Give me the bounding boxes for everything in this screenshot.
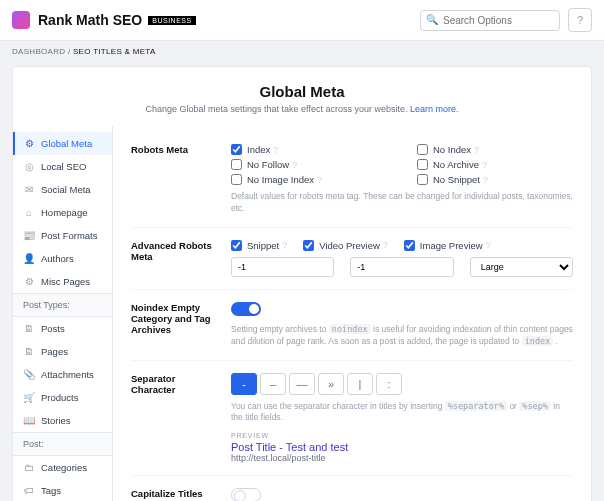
row-adv-robots: Advanced Robots Meta Snippet? Video Prev… [131,228,573,290]
plan-badge: BUSINESS [148,16,195,25]
page-subtitle: Change Global meta settings that take ef… [25,104,579,114]
label-noindex-empty: Noindex Empty Category and Tag Archives [131,302,231,348]
sidebar-item-social-meta[interactable]: ✉Social Meta [13,178,112,201]
sidebar-item-products[interactable]: 🛒Products [13,386,112,409]
preview-title: Post Title - Test and test [231,441,573,453]
separator-option[interactable]: : [376,373,402,395]
cb-snippet[interactable]: Snippet? [231,240,287,251]
cb-no-index[interactable]: No Index? [417,144,573,155]
page-header: Global Meta Change Global meta settings … [13,67,591,126]
sidebar-item-posts[interactable]: 🗎Posts [13,317,112,340]
separator-desc: You can use the separator character in t… [231,401,573,425]
separator-option[interactable]: – [260,373,286,395]
row-separator: Separator Character -–—»|: You can use t… [131,361,573,477]
noindex-empty-desc: Setting empty archives to noindex is use… [231,324,573,348]
page-title: Global Meta [25,83,579,100]
label-separator: Separator Character [131,373,231,464]
sidebar: ⚙Global Meta◎Local SEO✉Social Meta⌂Homep… [13,126,113,501]
help-icon[interactable]: ? [292,160,297,170]
sidebar-item-homepage[interactable]: ⌂Homepage [13,201,112,224]
label-adv-robots: Advanced Robots Meta [131,240,231,277]
help-button[interactable]: ? [568,8,592,32]
sidebar-item-authors[interactable]: 👤Authors [13,247,112,270]
cb-video-preview[interactable]: Video Preview? [303,240,388,251]
cb-no-snippet[interactable]: No Snippet? [417,174,573,185]
sidebar-icon: ⌂ [23,207,35,218]
breadcrumbs: DASHBOARD / SEO TITLES & META [0,41,604,62]
sidebar-item-tags[interactable]: 🏷Tags [13,479,112,501]
sidebar-item-misc-pages[interactable]: ⚙Misc Pages [13,270,112,293]
select-image-preview[interactable]: Large [470,257,573,277]
help-icon[interactable]: ? [483,175,488,185]
row-capitalize: Capitalize Titles Automatically capitali… [131,476,573,501]
sidebar-group: Post Types: [13,293,112,317]
preview-label: Preview [231,432,573,439]
input-video-preview[interactable] [350,257,453,277]
cb-image-preview[interactable]: Image Preview? [404,240,491,251]
sidebar-icon: ✉ [23,184,35,195]
help-icon[interactable]: ? [383,240,388,250]
sidebar-item-global-meta[interactable]: ⚙Global Meta [13,132,112,155]
search-wrap: 🔍 [420,10,560,31]
sidebar-icon: 🗀 [23,462,35,473]
separator-option[interactable]: » [318,373,344,395]
cb-no-image-index[interactable]: No Image Index? [231,174,387,185]
sidebar-icon: 🗎 [23,323,35,334]
help-icon[interactable]: ? [486,240,491,250]
sidebar-icon: ◎ [23,161,35,172]
row-robots-meta: Robots Meta Index?No Index?No Follow?No … [131,132,573,228]
sidebar-item-post-formats[interactable]: 📰Post Formats [13,224,112,247]
label-robots-meta: Robots Meta [131,144,231,215]
sidebar-icon: 🗎 [23,346,35,357]
app-title: Rank Math SEO [38,12,142,28]
breadcrumb-current: SEO TITLES & META [73,47,156,56]
sidebar-icon: 📎 [23,369,35,380]
breadcrumb-root[interactable]: DASHBOARD [12,47,65,56]
cb-no-archive[interactable]: No Archive? [417,159,573,170]
help-icon[interactable]: ? [482,160,487,170]
sidebar-icon: ⚙ [23,138,35,149]
help-icon[interactable]: ? [282,240,287,250]
cb-index[interactable]: Index? [231,144,387,155]
sidebar-icon: ⚙ [23,276,35,287]
input-snippet[interactable] [231,257,334,277]
toggle-noindex-empty[interactable] [231,302,261,316]
settings-panel: Global Meta Change Global meta settings … [12,66,592,501]
sidebar-item-local-seo[interactable]: ◎Local SEO [13,155,112,178]
help-icon[interactable]: ? [474,145,479,155]
robots-meta-desc: Default values for robots meta tag. Thes… [231,191,573,215]
sidebar-icon: 📰 [23,230,35,241]
separator-option[interactable]: | [347,373,373,395]
search-icon: 🔍 [426,14,438,25]
sidebar-icon: 📖 [23,415,35,426]
toggle-capitalize[interactable] [231,488,261,501]
sidebar-icon: 🏷 [23,485,35,496]
preview-url: http://test.local/post-title [231,453,573,463]
separator-option[interactable]: — [289,373,315,395]
search-input[interactable] [420,10,560,31]
sidebar-icon: 👤 [23,253,35,264]
sidebar-icon: 🛒 [23,392,35,403]
row-noindex-empty: Noindex Empty Category and Tag Archives … [131,290,573,361]
help-icon[interactable]: ? [317,175,322,185]
sidebar-group: Post: [13,432,112,456]
learn-more-link[interactable]: Learn more. [410,104,459,114]
main-content: Robots Meta Index?No Index?No Follow?No … [113,126,591,501]
sidebar-item-attachments[interactable]: 📎Attachments [13,363,112,386]
sidebar-item-categories[interactable]: 🗀Categories [13,456,112,479]
cb-no-follow[interactable]: No Follow? [231,159,387,170]
separator-option[interactable]: - [231,373,257,395]
sidebar-item-pages[interactable]: 🗎Pages [13,340,112,363]
app-logo [12,11,30,29]
label-capitalize: Capitalize Titles [131,488,231,501]
sidebar-item-stories[interactable]: 📖Stories [13,409,112,432]
topbar: Rank Math SEO BUSINESS 🔍 ? [0,0,604,41]
help-icon[interactable]: ? [273,145,278,155]
